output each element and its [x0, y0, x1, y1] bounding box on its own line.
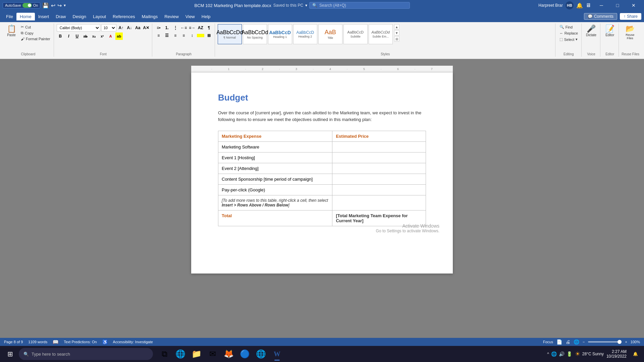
- styles-expand[interactable]: ⊞: [394, 36, 399, 42]
- maximize-button[interactable]: □: [610, 0, 625, 11]
- weather-widget[interactable]: ☀ 28°C Sunny: [575, 350, 604, 358]
- menu-home[interactable]: Home: [16, 13, 35, 20]
- volume-icon[interactable]: 🔊: [559, 351, 565, 357]
- numbering-button[interactable]: 1.: [163, 24, 171, 32]
- editor-button[interactable]: 📝 Editor: [603, 24, 616, 38]
- style-heading1[interactable]: AaBbCcD Heading 1: [268, 24, 292, 44]
- dictate-button[interactable]: 🎤 Dictate: [584, 24, 598, 38]
- cut-button[interactable]: ✂ Cut: [19, 24, 52, 30]
- read-view-icon[interactable]: 📄: [556, 339, 562, 345]
- expense-1[interactable]: Marketing Software: [218, 142, 332, 153]
- expense-3[interactable]: Event 2 [Attending]: [218, 163, 332, 174]
- style-title[interactable]: AaB Title: [318, 24, 342, 44]
- align-right[interactable]: ≡: [172, 32, 179, 39]
- increase-indent[interactable]: ≡→: [189, 24, 196, 32]
- shading[interactable]: [197, 34, 204, 37]
- bullets-button[interactable]: ≡•: [155, 24, 162, 32]
- style-no-spacing[interactable]: AaBbCcDd No Spacing: [243, 24, 267, 44]
- zoom-in-icon[interactable]: +: [625, 340, 627, 344]
- paste-button[interactable]: 📋 Paste: [5, 24, 18, 38]
- undo-icon[interactable]: ↩: [51, 2, 55, 9]
- clear-formatting[interactable]: A✕: [143, 24, 150, 32]
- menu-mailings[interactable]: Mailings: [139, 13, 161, 20]
- menu-file[interactable]: File: [3, 13, 16, 20]
- style-heading2[interactable]: AaBbCcD Heading 2: [293, 24, 317, 44]
- font-color-button[interactable]: A: [107, 33, 114, 40]
- network-icon[interactable]: 🌐: [551, 351, 557, 357]
- menu-layout[interactable]: Layout: [90, 13, 109, 20]
- minimize-button[interactable]: ─: [594, 0, 609, 11]
- style-subtle-em[interactable]: AaBbCcDd Subtle Em...: [369, 24, 393, 44]
- expense-2[interactable]: Event 1 [Hosting]: [218, 153, 332, 163]
- align-left[interactable]: ≡: [155, 32, 162, 39]
- notification-button[interactable]: 🔔: [629, 348, 641, 360]
- bell-icon[interactable]: 🔔: [576, 2, 583, 9]
- font-size-select[interactable]: 10: [101, 24, 116, 32]
- line-spacing[interactable]: ↕: [189, 32, 196, 39]
- strikethrough-button[interactable]: ab̶: [82, 33, 89, 40]
- comments-button[interactable]: 💬 Comments: [584, 13, 617, 20]
- styles-scroll-down[interactable]: ▼: [394, 30, 399, 36]
- focus-label[interactable]: Focus: [543, 340, 553, 344]
- sort-button[interactable]: AZ: [197, 24, 204, 32]
- decrease-font-size[interactable]: A↓: [126, 24, 133, 32]
- print-view-icon[interactable]: 🖨: [566, 339, 570, 345]
- taskbar-task-view[interactable]: ⧉: [157, 347, 172, 361]
- underline-button[interactable]: U: [73, 33, 81, 40]
- menu-references[interactable]: References: [109, 13, 138, 20]
- tray-up-arrow[interactable]: ^: [547, 352, 549, 356]
- menu-insert[interactable]: Insert: [35, 13, 53, 20]
- autosave-toggle[interactable]: [22, 3, 32, 8]
- proofing-icon[interactable]: 📖: [53, 339, 58, 345]
- taskbar-chrome[interactable]: 🔵: [237, 347, 252, 361]
- change-case[interactable]: Aa: [134, 24, 142, 32]
- user-avatar[interactable]: HB: [566, 1, 574, 9]
- increase-font-size[interactable]: A↑: [117, 24, 125, 32]
- taskbar-browser2[interactable]: 🌐: [254, 347, 268, 361]
- replace-button[interactable]: ↔ Replace: [558, 31, 579, 36]
- font-family-select[interactable]: Calibri (Body): [57, 24, 100, 32]
- justify[interactable]: ≡: [180, 32, 187, 39]
- show-formatting[interactable]: ¶: [205, 24, 213, 32]
- italic-button[interactable]: I: [65, 33, 72, 40]
- share-button[interactable]: ↑ Share: [620, 13, 641, 20]
- title-bar-search[interactable]: 🔍 Search (Alt+Q): [309, 2, 410, 9]
- subscript-button[interactable]: x₂: [90, 33, 98, 40]
- menu-review[interactable]: Review: [161, 13, 182, 20]
- highlight-button[interactable]: ab: [115, 33, 123, 40]
- save-icon[interactable]: 💾: [42, 2, 49, 9]
- taskbar-firefox[interactable]: 🦊: [221, 347, 236, 361]
- accessibility-label[interactable]: Accessibility: Investigate: [113, 340, 153, 344]
- taskbar-edge[interactable]: 🌐: [173, 347, 188, 361]
- autosave-badge[interactable]: AutoSave On: [3, 2, 40, 8]
- superscript-button[interactable]: x²: [99, 33, 106, 40]
- decrease-indent[interactable]: ←≡: [180, 24, 187, 32]
- borders[interactable]: ⊞: [205, 32, 213, 39]
- align-center[interactable]: ☰: [163, 32, 171, 39]
- taskbar-mail[interactable]: ✉: [205, 347, 220, 361]
- style-subtitle[interactable]: AaBbCcD Subtitle: [343, 24, 368, 44]
- taskbar-explorer[interactable]: 📁: [189, 347, 204, 361]
- expense-4[interactable]: Content Sponsorship [time period of camp…: [218, 174, 332, 185]
- format-painter-button[interactable]: 🖌 Format Painter: [19, 36, 52, 42]
- battery-icon[interactable]: 🔋: [567, 351, 572, 357]
- start-button[interactable]: ⊞: [3, 347, 17, 361]
- expense-5[interactable]: Pay-per-click (Google): [218, 185, 332, 195]
- menu-help[interactable]: Help: [198, 13, 214, 20]
- styles-scroll-up[interactable]: ▲: [394, 24, 399, 29]
- instruction-cell[interactable]: [To add more rows to this table, right-c…: [218, 195, 332, 210]
- close-button[interactable]: ✕: [626, 0, 641, 11]
- display-icon[interactable]: 🖥: [586, 2, 591, 8]
- clock[interactable]: 2:27 AM 10/19/2022: [606, 349, 627, 359]
- select-button[interactable]: ⬚ Select ▾: [558, 37, 579, 42]
- taskbar-search[interactable]: 🔍 Type here to search: [19, 348, 153, 360]
- redo-icon[interactable]: ↪: [57, 2, 62, 9]
- copy-button[interactable]: ⧉ Copy: [19, 30, 52, 36]
- style-normal[interactable]: AaBbCcDd ¶ Normal: [218, 24, 242, 44]
- bold-button[interactable]: B: [57, 33, 64, 40]
- reuse-files-button[interactable]: 📂 Reuse Files: [622, 24, 638, 41]
- accessibility-icon[interactable]: ♿: [102, 340, 108, 345]
- menu-view[interactable]: View: [182, 13, 198, 20]
- text-predictions[interactable]: Text Predictions: On: [64, 340, 97, 344]
- zoom-out-icon[interactable]: −: [583, 340, 585, 344]
